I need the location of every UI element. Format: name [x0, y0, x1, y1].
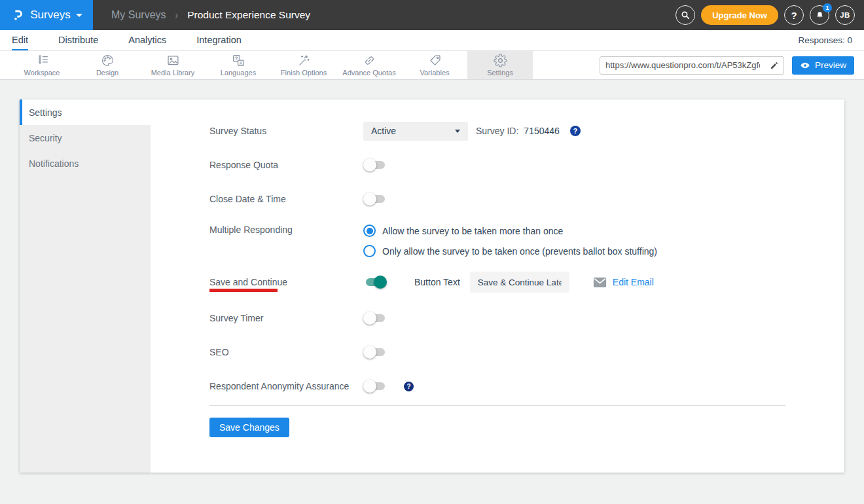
button-text-label: Button Text: [414, 277, 460, 287]
close-date-time-label: Close Date & Time: [209, 194, 363, 204]
respondent-anonymity-toggle[interactable]: [363, 380, 387, 393]
radio-unselected-icon: [363, 245, 376, 257]
svg-text:文: 文: [234, 56, 239, 60]
notifications-bell-icon[interactable]: 1: [810, 5, 829, 25]
header-actions: Upgrade Now ? 1 JB: [675, 5, 864, 25]
translate-icon: 文 A: [232, 54, 245, 67]
multiple-responding-options: Allow the survey to be taken more than o…: [363, 223, 657, 257]
search-icon[interactable]: [675, 5, 695, 25]
edit-url-pencil-icon[interactable]: [765, 61, 783, 70]
breadcrumb-separator: ›: [175, 10, 179, 20]
save-changes-button[interactable]: Save Changes: [209, 418, 289, 437]
radio-selected-icon: [363, 225, 376, 237]
page-background: Settings Security Notifications Survey S…: [0, 80, 864, 504]
tab-analytics[interactable]: Analytics: [128, 30, 166, 50]
anonymity-help-icon[interactable]: ?: [404, 382, 414, 391]
breadcrumb: My Surveys › Product Experience Survey: [111, 9, 310, 21]
tab-edit[interactable]: Edit: [12, 30, 28, 50]
multiple-responding-row: Multiple Responding Allow the survey to …: [209, 223, 844, 257]
survey-status-label: Survey Status: [209, 126, 363, 136]
toolbar-item-workspace[interactable]: Workspace: [9, 51, 75, 79]
avatar[interactable]: JB: [835, 5, 855, 25]
button-text-input[interactable]: [470, 272, 569, 293]
section-divider: [209, 405, 785, 406]
response-quota-label: Response Quota: [209, 160, 363, 170]
sidebar-item-settings[interactable]: Settings: [20, 99, 151, 125]
survey-status-dropdown[interactable]: Active: [363, 122, 468, 141]
survey-id-help-icon[interactable]: ?: [570, 126, 581, 136]
help-icon[interactable]: ?: [784, 5, 804, 25]
toolbar-item-finish-options[interactable]: Finish Options: [271, 51, 336, 79]
radio-option-multiple-allowed[interactable]: Allow the survey to be taken more than o…: [363, 225, 657, 237]
product-name: Surveys: [30, 9, 70, 22]
survey-url-input[interactable]: [600, 60, 765, 70]
chain-link-icon: [363, 54, 376, 67]
chevron-down-icon: [76, 14, 82, 17]
survey-id: Survey ID: 7150446 ?: [476, 126, 581, 136]
settings-sidebar: Settings Security Notifications: [20, 99, 151, 473]
edit-toolbar: Workspace Design Media Library 文 A Langu…: [0, 51, 864, 80]
design-palette-icon: [101, 54, 115, 67]
preview-button[interactable]: Preview: [792, 56, 854, 75]
survey-mode-nav: Edit Distribute Analytics Integration Re…: [0, 30, 864, 51]
respondent-anonymity-label: Respondent Anonymity Assurance: [209, 381, 363, 391]
toolbar-item-media-library[interactable]: Media Library: [140, 51, 206, 79]
svg-text:A: A: [239, 61, 242, 65]
toolbar-right: Preview: [600, 51, 864, 79]
email-envelope-icon[interactable]: [593, 277, 607, 288]
tab-distribute[interactable]: Distribute: [58, 30, 98, 50]
red-highlight-underline: [209, 289, 278, 292]
toolbar-item-design[interactable]: Design: [75, 51, 140, 79]
save-and-continue-label: Save and Continue: [209, 277, 363, 287]
seo-label: SEO: [209, 347, 363, 357]
gear-icon: [494, 54, 507, 67]
response-quota-toggle[interactable]: [363, 158, 387, 171]
survey-url-box: [600, 56, 784, 75]
chevron-down-icon: [455, 130, 460, 133]
product-switcher[interactable]: Surveys: [0, 0, 93, 30]
tab-integration[interactable]: Integration: [196, 30, 242, 50]
close-date-time-toggle[interactable]: [363, 192, 387, 206]
respondent-anonymity-row: Respondent Anonymity Assurance ?: [209, 376, 844, 396]
eye-icon: [800, 60, 810, 71]
toolbar-item-settings[interactable]: Settings: [467, 51, 533, 79]
seo-toggle[interactable]: [363, 346, 387, 359]
notification-count-badge: 1: [823, 3, 832, 12]
toolbar-item-advance-quotas[interactable]: Advance Quotas: [336, 51, 402, 79]
response-quota-row: Response Quota: [209, 155, 844, 175]
survey-timer-label: Survey Timer: [209, 313, 363, 323]
toolbar-item-variables[interactable]: Variables: [402, 51, 467, 79]
settings-panel: Survey Status Active Survey ID: 7150446 …: [151, 99, 844, 473]
top-header: Surveys My Surveys › Product Experience …: [0, 0, 864, 30]
responses-count: Responses: 0: [798, 30, 852, 50]
breadcrumb-my-surveys[interactable]: My Surveys: [111, 9, 166, 21]
sidebar-item-security[interactable]: Security: [20, 125, 151, 151]
save-and-continue-toggle[interactable]: [363, 276, 387, 289]
upgrade-now-button[interactable]: Upgrade Now: [701, 5, 778, 25]
save-and-continue-row: Save and Continue Button Text Edit Email: [209, 272, 844, 293]
edit-email-link[interactable]: Edit Email: [613, 277, 654, 287]
seo-row: SEO: [209, 342, 844, 362]
tag-icon: [428, 54, 442, 67]
radio-option-once-only[interactable]: Only allow the survey to be taken once (…: [363, 245, 657, 257]
close-date-time-row: Close Date & Time: [209, 189, 844, 209]
survey-status-row: Survey Status Active Survey ID: 7150446 …: [209, 121, 844, 141]
survey-timer-row: Survey Timer: [209, 308, 844, 328]
media-image-icon: [166, 54, 180, 67]
toolbar-item-languages[interactable]: 文 A Languages: [206, 51, 271, 79]
sidebar-item-notifications[interactable]: Notifications: [20, 151, 151, 176]
breadcrumb-survey-title: Product Experience Survey: [187, 9, 310, 21]
magic-wand-icon: [297, 54, 311, 67]
multiple-responding-label: Multiple Responding: [209, 223, 363, 235]
survey-timer-toggle[interactable]: [363, 312, 387, 325]
workspace-icon: [35, 54, 49, 67]
settings-card: Settings Security Notifications Survey S…: [20, 99, 844, 473]
questionpro-logo-icon: [10, 8, 25, 22]
